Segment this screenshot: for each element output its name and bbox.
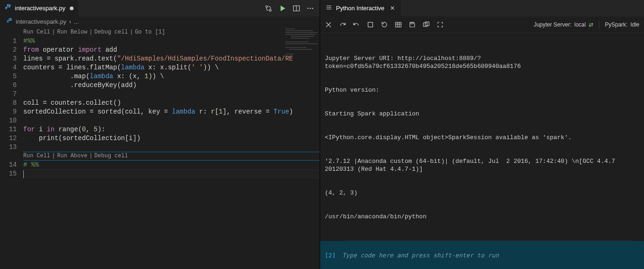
interactive-tab-bar: Python Interactive ✕	[320, 0, 644, 16]
interactive-pane: Python Interactive ✕ Jupyter Server: loc…	[320, 0, 644, 269]
jupyter-server-value[interactable]: local	[574, 21, 586, 28]
code-editor[interactable]: 12345678910111213 1415 Run Cell| Run Bel…	[0, 27, 320, 269]
editor-tab[interactable]: interactivespark.py	[0, 0, 78, 16]
run-icon[interactable]	[279, 5, 286, 12]
svg-point-1	[266, 6, 268, 7]
svg-rect-21	[411, 22, 413, 24]
variables-icon[interactable]	[395, 21, 402, 28]
svg-point-5	[308, 7, 309, 9]
run-cell-link[interactable]: Run Cell	[23, 152, 50, 161]
run-cell-link[interactable]: Run Cell	[23, 28, 50, 37]
editor-tab-bar: interactivespark.py	[0, 0, 320, 16]
interactive-status: Jupyter Server: local ⇄ PySpark: Idle	[534, 20, 639, 29]
svg-point-6	[310, 7, 311, 9]
debug-cell-link[interactable]: Debug cell	[94, 28, 128, 37]
svg-point-7	[312, 7, 314, 9]
code-lens-cell2: Run Cell| Run Above| Debug cell	[23, 152, 320, 161]
cancel-icon[interactable]	[325, 21, 332, 28]
run-above-link[interactable]: Run Above	[57, 152, 87, 161]
run-below-link[interactable]: Run Below	[57, 28, 87, 37]
input-prompt: [2]	[325, 252, 335, 259]
undo-icon[interactable]	[353, 21, 360, 28]
breadcrumb-sep: ›	[69, 18, 71, 25]
line-number-gutter: 12345678910111213 1415	[0, 27, 23, 269]
interrupt-icon[interactable]	[367, 21, 374, 28]
debug-cell-link[interactable]: Debug cell	[94, 152, 128, 161]
svg-rect-16	[368, 22, 373, 27]
text-cursor	[23, 170, 24, 178]
python-file-icon	[7, 18, 13, 26]
code-lens-top: Run Cell| Run Below| Debug cell| Go to […	[23, 28, 320, 37]
close-tab-icon[interactable]: ✕	[390, 5, 395, 12]
split-editor-icon[interactable]	[293, 5, 300, 12]
svg-point-2	[269, 9, 271, 11]
breadcrumb[interactable]: interactivespark.py › ...	[0, 16, 320, 27]
export-icon[interactable]	[423, 21, 430, 28]
restart-icon[interactable]	[381, 21, 388, 28]
redo-icon[interactable]	[339, 21, 346, 28]
more-actions-icon[interactable]	[307, 5, 314, 12]
interactive-tab[interactable]: Python Interactive ✕	[320, 0, 401, 16]
editor-pane: interactivespark.py interactivespark.py …	[0, 0, 320, 269]
server-connected-icon: ⇄	[589, 21, 593, 28]
dirty-indicator-icon	[70, 7, 74, 10]
breadcrumb-tail: ...	[74, 18, 79, 25]
interactive-toolbar: Jupyter Server: local ⇄ PySpark: Idle	[320, 16, 644, 33]
interactive-tab-title: Python Interactive	[336, 5, 384, 12]
pyspark-label: PySpark:	[605, 21, 628, 28]
compare-changes-icon[interactable]	[265, 5, 272, 12]
jupyter-server-label: Jupyter Server:	[534, 21, 571, 28]
tab-filename: interactivespark.py	[15, 5, 65, 12]
goto-cell-link[interactable]: Go to [1]	[135, 28, 165, 37]
input-placeholder: Type code here and press shift-enter to …	[342, 252, 499, 259]
hamburger-icon	[326, 4, 332, 12]
interactive-output[interactable]: Jupyter Server URI: http://localhost:888…	[320, 33, 644, 241]
startup-info: Jupyter Server URI: http://localhost:888…	[325, 39, 644, 236]
interactive-input[interactable]: [2] Type code here and press shift-enter…	[320, 241, 644, 269]
python-file-icon	[5, 4, 12, 13]
expand-icon[interactable]	[436, 21, 444, 28]
breadcrumb-file: interactivespark.py	[16, 18, 66, 25]
editor-tab-actions	[265, 5, 320, 12]
svg-rect-17	[396, 22, 401, 27]
code-area[interactable]: Run Cell| Run Below| Debug cell| Go to […	[23, 27, 320, 269]
save-icon[interactable]	[409, 21, 416, 28]
svg-point-0	[7, 5, 7, 5]
pyspark-value[interactable]: Idle	[631, 21, 639, 28]
minimap[interactable]	[282, 27, 320, 82]
